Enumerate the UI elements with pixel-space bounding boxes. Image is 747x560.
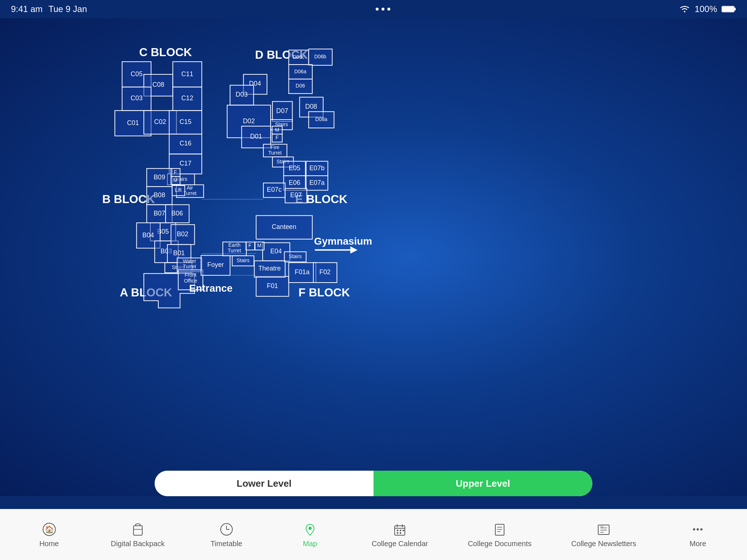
backpack-icon — [130, 521, 146, 537]
label-m-b: M — [173, 177, 178, 183]
svg-point-0 — [684, 11, 685, 12]
front-office-label1: Front — [185, 272, 197, 278]
status-center — [376, 8, 390, 11]
label-c12: C12 — [181, 94, 193, 102]
tab-timetable[interactable]: Timetable — [205, 521, 248, 548]
label-c02: C02 — [154, 118, 166, 125]
label-f-d: F — [276, 135, 279, 140]
label-m-gym: M — [257, 242, 262, 248]
air-turret-label2: Turret — [183, 190, 197, 196]
label-c11: C11 — [181, 70, 193, 78]
label-f02: F02 — [320, 268, 331, 276]
battery-text: 100% — [695, 4, 717, 14]
status-date: Tue 9 Jan — [49, 4, 87, 14]
svg-point-31 — [697, 528, 699, 530]
label-d06: D06 — [296, 83, 305, 89]
label-c16: C16 — [179, 140, 191, 147]
label-f01: F01 — [267, 282, 278, 289]
status-time: 9:41 am — [11, 4, 43, 14]
tab-newsletters-label: College Newsletters — [571, 540, 636, 548]
svg-point-32 — [700, 528, 703, 530]
tab-documents-label: College Documents — [468, 540, 532, 548]
tab-map[interactable]: Map — [288, 521, 332, 548]
label-c01: C01 — [127, 119, 139, 127]
label-c08: C08 — [152, 81, 165, 88]
more-icon — [690, 521, 706, 537]
lift-label: Lift — [175, 187, 182, 193]
svg-rect-18 — [397, 532, 398, 534]
entrance-label: Entrance — [189, 283, 233, 294]
f-block-label: F BLOCK — [298, 286, 350, 299]
label-e04: E04 — [270, 248, 282, 255]
label-e05: E05 — [289, 164, 301, 172]
svg-rect-29 — [600, 526, 603, 528]
label-canteen: Canteen — [272, 223, 297, 230]
label-b07: B07 — [154, 210, 165, 217]
label-theatre: Theatre — [258, 265, 281, 272]
lower-level-button[interactable]: Lower Level — [155, 471, 374, 496]
home-icon: 🏠 — [41, 521, 57, 537]
earth-turret-label2: Turret — [228, 248, 241, 253]
label-d06a: D06a — [294, 69, 306, 74]
svg-point-11 — [309, 527, 311, 530]
water-turret-label2: Turret — [183, 264, 196, 269]
tab-home[interactable]: 🏠 Home — [27, 521, 71, 548]
tab-map-label: Map — [303, 540, 317, 548]
label-f-b: F — [174, 169, 177, 175]
gymnasium-arrow-head — [350, 246, 357, 254]
svg-rect-19 — [400, 532, 401, 534]
label-f-gym: F — [248, 242, 252, 248]
map-container: .room { fill: rgba(20,60,160,0.5); strok… — [0, 18, 747, 496]
svg-rect-20 — [403, 530, 404, 531]
svg-text:🏠: 🏠 — [44, 525, 54, 534]
label-m-d: M — [275, 127, 279, 133]
svg-rect-2 — [734, 8, 736, 11]
label-d08: D08 — [305, 103, 317, 110]
tab-calendar-label: College Calendar — [372, 540, 428, 548]
label-d02: D02 — [243, 117, 255, 125]
label-c03: C03 — [131, 94, 143, 102]
upper-level-button[interactable]: Upper Level — [374, 471, 592, 496]
tab-backpack[interactable]: Digital Backpack — [111, 521, 165, 548]
dot1 — [376, 8, 379, 11]
gymnasium-label: Gymnasium — [314, 236, 372, 247]
foyer-label: Foyer — [207, 261, 224, 268]
map-svg: .room { fill: rgba(20,60,160,0.5); strok… — [0, 18, 747, 496]
svg-rect-6 — [133, 526, 142, 535]
fire-turret-label2: Turret — [268, 150, 282, 156]
tab-newsletters[interactable]: College Newsletters — [571, 521, 636, 548]
label-e07a: E07a — [309, 179, 325, 186]
water-turret-label1: Water — [183, 258, 196, 264]
label-d08a: D08a — [315, 116, 327, 122]
label-b02: B02 — [177, 230, 189, 238]
fire-turret-label1: Fire — [271, 144, 279, 150]
label-f01a: F01a — [295, 268, 310, 276]
label-b08: B08 — [154, 191, 165, 199]
tab-more-label: More — [690, 540, 707, 548]
label-d03: D03 — [236, 91, 248, 98]
dot3 — [387, 8, 390, 11]
documents-icon — [492, 521, 508, 537]
status-bar: 9:41 am Tue 9 Jan 100% — [0, 0, 747, 18]
label-c05: C05 — [131, 70, 143, 78]
label-d07: D07 — [276, 107, 288, 114]
level-selector: Lower Level Upper Level — [155, 471, 592, 496]
svg-rect-3 — [722, 7, 734, 12]
svg-rect-17 — [400, 530, 401, 531]
svg-rect-21 — [495, 524, 504, 535]
label-c15: C15 — [179, 118, 191, 125]
label-e06: E06 — [289, 179, 301, 186]
map-icon — [302, 521, 318, 537]
tab-home-label: Home — [39, 540, 59, 548]
earth-turret-label1: Earth — [228, 242, 240, 248]
tab-documents[interactable]: College Documents — [468, 521, 532, 548]
tab-timetable-label: Timetable — [210, 540, 242, 548]
air-turret-label1: Air — [187, 185, 193, 191]
tab-calendar[interactable]: College Calendar — [372, 521, 428, 548]
timetable-icon — [218, 521, 235, 537]
label-d06b: D06b — [314, 54, 326, 59]
label-e07: E07 — [290, 191, 302, 199]
label-d06c: D06c — [293, 54, 304, 60]
stairs-earth-label: Stairs — [237, 257, 250, 263]
tab-more[interactable]: More — [676, 521, 720, 548]
